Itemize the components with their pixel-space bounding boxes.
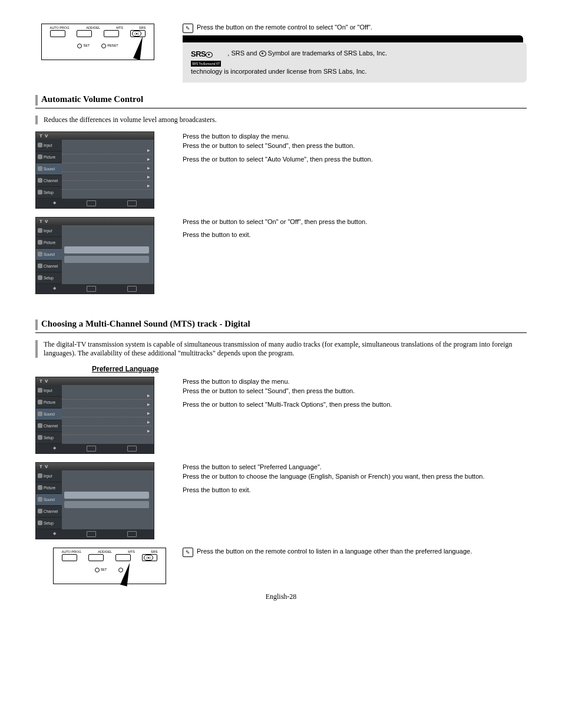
tv-menu-screenshot: T V Input Picture Sound Channel Setup ◆ (35, 377, 154, 454)
srs-logo: SRS SRS TruSurround XT (191, 48, 221, 67)
tv-menu-screenshot: T V Input Picture Sound Channel Setup ◆ (35, 217, 154, 294)
remote-button (104, 30, 119, 37)
instruction-step: Press the or button to select "Multi-Tra… (183, 400, 527, 410)
note-icon: ✎ (183, 24, 193, 33)
page-number: English-28 (35, 592, 527, 601)
remote-label: ADD/DEL (86, 26, 100, 29)
tv-menu-screenshot: T V Input Picture Sound Channel Setup ◆ (35, 131, 154, 209)
note-text: Press the button on the remote control t… (197, 548, 472, 555)
section-intro: Reduces the differences in volume level … (35, 116, 527, 124)
section-title-auto-volume: Automatic Volume Control (35, 93, 527, 108)
remote-label: AUTO PROG. (50, 26, 70, 29)
remote-label: MTS (116, 26, 123, 29)
remote-bottom-label: SET (77, 44, 90, 48)
instruction-step: Press the or button to select "On" or "O… (183, 217, 527, 227)
instruction-step: Press the button to display the menu. Pr… (183, 377, 527, 396)
instruction-step: Press the button to display the menu. Pr… (183, 131, 527, 151)
note-icon: ✎ (183, 548, 193, 557)
instruction-step: Press the button to exit. (183, 485, 527, 495)
remote-button (50, 30, 65, 37)
note-text: Press the button on the remote control t… (197, 24, 372, 31)
section-intro: The digital-TV transmission system is ca… (35, 340, 527, 358)
remote-label: SRS (139, 26, 146, 29)
pointer-arrow-icon (120, 562, 133, 587)
remote-diagram: AUTO PROG. ADD/DEL MTS SRS (●) SET (53, 548, 166, 584)
section-title-mts: Choosing a Multi-Channel Sound (MTS) tra… (35, 318, 527, 333)
tv-menu-screenshot: T V Input Picture Sound Channel Setup ◆ (35, 462, 154, 539)
remote-bottom-label: RESET (101, 44, 118, 48)
sub-heading-preferred-language: Preferred Language (92, 365, 527, 373)
instruction-step: Press the or button to select "Auto Volu… (183, 154, 527, 164)
instruction-step: Press the button to exit. (183, 230, 527, 240)
remote-button (77, 30, 92, 37)
remote-diagram: AUTO PROG. ADD/DEL MTS SRS (●) SET RESET (41, 24, 154, 60)
instruction-step: Press the button to select "Preferred La… (183, 462, 527, 482)
srs-trademark-box: SRS SRS TruSurround XT , SRS and Symbol … (183, 42, 527, 83)
